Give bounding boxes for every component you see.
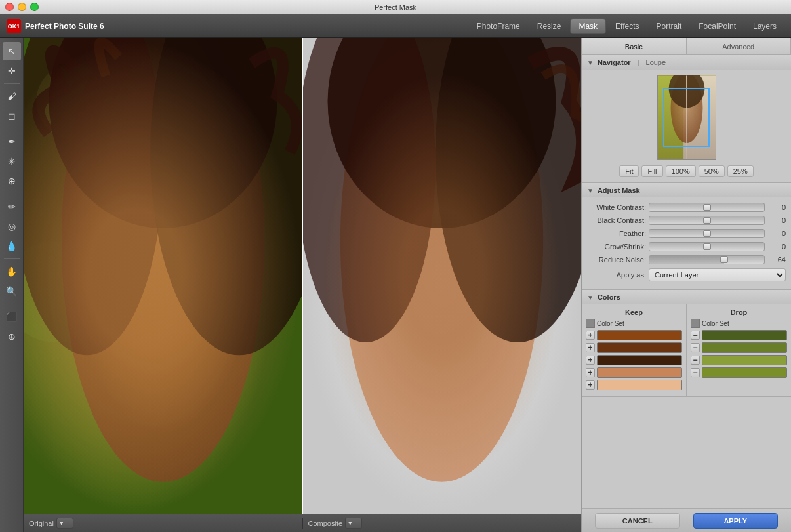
reduce-noise-thumb[interactable] — [720, 256, 728, 263]
keep-add-btn-4[interactable]: + — [586, 368, 595, 377]
reduce-noise-slider-container[interactable] — [649, 255, 765, 264]
black-contrast-label: Black Contrast: — [587, 216, 646, 224]
apply-as-row: Apply as: Current Layer New Layer Mask — [587, 268, 786, 281]
white-contrast-slider[interactable] — [649, 203, 765, 212]
svg-rect-0 — [24, 38, 302, 514]
white-contrast-label: White Contrast: — [587, 203, 646, 211]
feather-slider-container[interactable] — [649, 229, 765, 238]
zoom-tool[interactable]: 🔍 — [3, 282, 21, 300]
drop-color-row-1: − — [691, 330, 787, 340]
panel-content: ▼ Navigator | Loupe — [582, 55, 791, 508]
keep-add-btn-1[interactable]: + — [586, 331, 595, 340]
grow-shrink-thumb[interactable] — [703, 243, 711, 250]
menu-layers[interactable]: Layers — [745, 19, 784, 33]
feather-slider[interactable] — [649, 229, 765, 238]
apply-button[interactable]: APPLY — [693, 513, 779, 529]
drop-color-bar-3[interactable] — [702, 355, 787, 365]
right-panel: Basic Advanced ▼ Navigator | Loupe — [581, 38, 791, 532]
keep-color-bar-4[interactable] — [597, 367, 682, 378]
loupe-label[interactable]: Loupe — [646, 58, 666, 66]
adjust-mask-header[interactable]: ▼ Adjust Mask — [582, 183, 791, 197]
minimize-button[interactable] — [18, 3, 26, 11]
grow-shrink-slider[interactable] — [649, 242, 765, 251]
reduce-noise-slider[interactable] — [649, 255, 765, 264]
menu-photoframe[interactable]: PhotoFrame — [469, 19, 528, 33]
black-contrast-slider-container[interactable] — [649, 216, 765, 225]
adjust-mask-arrow: ▼ — [587, 187, 594, 194]
selection-tool[interactable]: ↖ — [3, 42, 21, 60]
fill-tool[interactable]: 💧 — [3, 237, 21, 255]
drop-color-bar-2[interactable] — [702, 342, 787, 353]
paint-tool[interactable]: 🖌 — [3, 87, 21, 106]
zoom-100[interactable]: 100% — [666, 165, 696, 177]
panel-tabs: Basic Advanced — [582, 38, 791, 55]
black-contrast-thumb[interactable] — [703, 217, 711, 224]
navigator-section: ▼ Navigator | Loupe — [582, 55, 791, 183]
eraser-tool[interactable]: ◻ — [3, 107, 21, 125]
menu-mask[interactable]: Mask — [570, 18, 606, 34]
navigator-focus-box — [663, 88, 709, 147]
feather-thumb[interactable] — [703, 230, 711, 237]
cancel-button[interactable]: CANCEL — [595, 513, 680, 529]
tab-basic[interactable]: Basic — [582, 38, 687, 54]
zoom-50[interactable]: 50% — [699, 165, 725, 177]
move-tool[interactable]: ✛ — [3, 62, 21, 80]
touch-up-tool[interactable]: ⊕ — [3, 172, 21, 190]
svg-point-3 — [24, 241, 106, 342]
svg-point-12 — [436, 38, 581, 342]
refine-brush-tool[interactable]: ✏ — [3, 197, 21, 216]
navigator-header[interactable]: ▼ Navigator | Loupe — [582, 55, 791, 70]
blur-tool[interactable]: ◎ — [3, 217, 21, 235]
keep-add-btn-5[interactable]: + — [586, 380, 595, 390]
white-contrast-thumb[interactable] — [703, 204, 711, 211]
close-button[interactable] — [5, 3, 14, 11]
extras-tool[interactable]: ⊕ — [3, 327, 21, 346]
drop-remove-btn-1[interactable]: − — [691, 331, 700, 340]
keep-color-bar-3[interactable] — [597, 355, 682, 365]
smart-brush-tool[interactable]: ✳ — [3, 152, 21, 171]
menu-focalpoint[interactable]: FocalPoint — [691, 19, 744, 33]
drop-remove-btn-4[interactable]: − — [691, 368, 700, 377]
grow-shrink-row: Grow/Shrink: 0 — [587, 242, 786, 251]
svg-point-9 — [340, 38, 543, 482]
logo-icon: OK1 — [7, 19, 21, 33]
app-logo: OK1 Perfect Photo Suite 6 — [7, 19, 104, 33]
colors-header[interactable]: ▼ Colors — [582, 290, 791, 304]
zoom-fill[interactable]: Fill — [641, 165, 662, 177]
zoom-fit[interactable]: Fit — [619, 165, 639, 177]
apply-as-select[interactable]: Current Layer New Layer Mask — [649, 268, 786, 281]
black-contrast-slider[interactable] — [649, 216, 765, 225]
svg-point-11 — [302, 38, 436, 342]
drop-header: Drop — [691, 308, 787, 316]
white-contrast-slider-container[interactable] — [649, 203, 765, 212]
zoom-25[interactable]: 25% — [727, 165, 754, 177]
toolbar-separator-1 — [4, 83, 20, 84]
view-toggle[interactable]: ⬛ — [3, 308, 21, 326]
original-dropdown[interactable]: ▾ — [56, 518, 73, 529]
toolbar-separator-3 — [4, 194, 20, 194]
eyedropper-tool[interactable]: ✒ — [3, 133, 21, 151]
menu-bar: OK1 Perfect Photo Suite 6 PhotoFrame Res… — [0, 14, 791, 38]
hand-tool[interactable]: ✋ — [3, 262, 21, 281]
keep-add-btn-2[interactable]: + — [586, 343, 595, 352]
keep-color-bar-5[interactable] — [597, 380, 682, 390]
menu-portrait[interactable]: Portrait — [649, 19, 690, 33]
menu-effects[interactable]: Effects — [607, 19, 647, 33]
drop-color-bar-4[interactable] — [702, 367, 787, 378]
composite-dropdown[interactable]: ▾ — [345, 518, 362, 529]
drop-remove-btn-3[interactable]: − — [691, 356, 700, 365]
grow-shrink-label: Grow/Shrink: — [587, 243, 646, 251]
tab-advanced[interactable]: Advanced — [687, 38, 792, 54]
drop-color-bar-1[interactable] — [702, 330, 787, 340]
menu-resize[interactable]: Resize — [529, 19, 569, 33]
keep-add-btn-3[interactable]: + — [586, 356, 595, 365]
drop-color-set-row: Color Set — [691, 319, 787, 328]
reduce-noise-value: 64 — [767, 256, 786, 264]
grow-shrink-slider-container[interactable] — [649, 242, 765, 251]
keep-color-bar-1[interactable] — [597, 330, 682, 340]
maximize-button[interactable] — [30, 3, 39, 11]
keep-color-bar-2[interactable] — [597, 342, 682, 353]
navigator-thumbnail[interactable] — [657, 75, 716, 160]
navigator-divider: | — [638, 58, 639, 66]
drop-remove-btn-2[interactable]: − — [691, 343, 700, 352]
